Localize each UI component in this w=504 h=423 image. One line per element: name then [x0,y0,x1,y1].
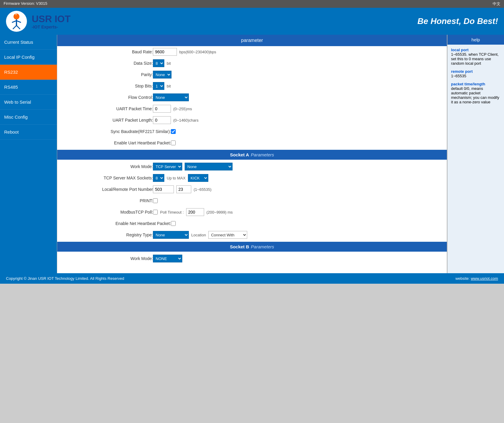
enable-uart-heartbeat-checkbox[interactable] [171,141,176,145]
tcp-server-upto: Up to MAX [167,176,186,180]
tcp-server-kick-select[interactable]: KICKNONE [188,174,208,182]
help-packet-desc: default 0/0, means automatic packet mech… [451,86,499,104]
sync-baudrate-checkbox[interactable] [171,129,176,134]
poll-timeout-input[interactable] [186,208,204,216]
enable-uart-heartbeat-label: Enable Uart Heartbeat Packet: [60,141,171,145]
sidebar-item-local-ip-config[interactable]: Local IP Config [0,50,57,65]
help-item-local-port: local port 1~65535. when TCP Client, set… [451,48,500,66]
main-layout: Current Status Local IP Config RS232 RS4… [0,35,504,273]
baud-rate-label: Baud Rate: [60,49,153,54]
parity-select[interactable]: NoneOddEven [153,71,171,78]
tcp-server-max-label: TCP Server MAX Sockets: [60,176,153,180]
help-title: help [447,35,504,45]
print-checkbox[interactable] [153,198,158,203]
print-label: PRINT: [60,198,153,203]
help-panel: help local port 1~65535. when TCP Client… [447,35,504,273]
registry-type-label: Registry Type: [60,232,153,237]
sidebar: Current Status Local IP Config RS232 RS4… [0,35,57,273]
lang-switch[interactable]: 中文 [493,1,500,7]
stop-bits-row: Stop Bits: 12 bit [57,80,447,92]
work-mode-b-label: Work Mode: [60,256,153,261]
data-size-hint: bit [167,61,171,66]
sidebar-item-reboot[interactable]: Reboot [0,125,57,140]
socket-a-subtitle: Parameters [251,152,274,157]
socket-a-title: Socket A [230,152,249,157]
flow-control-row: Flow Control: NoneRTS/CTS [57,92,447,103]
tcp-server-max-select[interactable]: 8421 [153,174,164,182]
flow-control-select[interactable]: NoneRTS/CTS [153,93,189,101]
help-item-packet: packet time/length default 0/0, means au… [451,82,500,104]
uart-packet-time-label: UART Packet Time: [60,106,153,111]
svg-line-6 [16,25,20,29]
svg-line-3 [12,21,16,22]
baud-rate-input[interactable] [153,48,177,56]
content-area: parameter Baud Rate: bps(600~230400)bps … [57,35,447,273]
footer: Copyright © Jinan USR IOT Technology Lim… [0,273,504,284]
flow-control-label: Flow Control: [60,95,153,100]
uart-packet-time-input[interactable] [153,105,171,113]
brand-subtitle: -IOT Experts- [32,25,71,29]
print-row: PRINT: [57,195,447,206]
modbus-poll-checkbox[interactable] [153,210,158,214]
socket-a-header: Socket A Parameters [57,150,447,160]
svg-line-4 [16,21,21,22]
help-local-port-desc: 1~65535. when TCP Client, set this to 0 … [451,52,499,66]
uart-packet-time-row: UART Packet Time: (0~255)ms [57,103,447,114]
modbus-poll-label: ModbusTCP Poll: [60,210,153,214]
help-packet-term: packet time/length [451,82,485,86]
modbus-poll-row: ModbusTCP Poll: Poll Timeout : (200~9999… [57,206,447,218]
local-port-input[interactable] [153,185,174,193]
stop-bits-select[interactable]: 12 [153,82,164,90]
help-remote-port-term: remote port [451,69,473,74]
data-size-row: Data Size: 8765 bit [57,58,447,69]
parity-row: Parity: NoneOddEven [57,69,447,80]
header: ® USR IOT -IOT Experts- Be Honest, Do Be… [0,8,504,35]
uart-packet-length-hint: (0~1460)chars [173,118,198,123]
data-size-select[interactable]: 8765 [153,59,164,67]
copyright: Copyright © Jinan USR IOT Technology Lim… [6,276,124,281]
logo: ® [6,11,27,32]
baud-rate-row: Baud Rate: bps(600~230400)bps [57,46,447,58]
brand-text: USR IOT -IOT Experts- [32,13,71,29]
connect-with-select[interactable]: Connect With [208,231,247,239]
help-remote-port-desc: 1~65535 [451,74,466,78]
sidebar-item-current-status[interactable]: Current Status [0,35,57,50]
param-header: parameter [57,35,447,46]
sync-baudrate-row: Sync Baudrate(RF2217 Similar): [57,126,447,137]
port-number-label: Local/Remote Port Number [60,187,153,192]
svg-line-5 [13,25,16,29]
website-link[interactable]: www.usriot.com [471,276,498,281]
poll-timeout-hint: (200~9999) ms [207,210,233,214]
work-mode-select[interactable]: TCP ServerTCP ClientUDP [153,163,182,170]
stop-bits-hint: bit [167,84,171,88]
work-mode-b-select[interactable]: NONETCP ServerTCP Client [153,255,182,262]
sidebar-item-rs232[interactable]: RS232 [0,65,57,80]
net-heartbeat-row: Enable Net Heartbeat Packet: [57,218,447,229]
remote-port-input[interactable] [176,185,191,193]
registry-type-select[interactable]: None [153,231,189,239]
baud-rate-hint: bps(600~230400)bps [179,50,216,54]
svg-text:®: ® [15,13,17,16]
work-mode-select2[interactable]: None [185,163,233,170]
work-mode-row: Work Mode: TCP ServerTCP ClientUDP None [57,161,447,172]
sidebar-item-misc-config[interactable]: Misc Config [0,110,57,125]
registry-type-row: Registry Type: None Location Connect Wit… [57,229,447,241]
socket-b-subtitle: Parameters [251,244,274,249]
enable-uart-heartbeat-row: Enable Uart Heartbeat Packet: [57,137,447,149]
stop-bits-label: Stop Bits: [60,84,153,88]
port-hint: (1~65535) [194,187,212,192]
socket-b-header: Socket B Parameters [57,242,447,252]
net-heartbeat-checkbox[interactable] [171,221,176,226]
sidebar-item-rs485[interactable]: RS485 [0,80,57,95]
sync-baudrate-label: Sync Baudrate(RF2217 Similar): [60,129,171,134]
work-mode-b-row: Work Mode: NONETCP ServerTCP Client [57,253,447,264]
work-mode-label: Work Mode: [60,164,153,169]
tcp-server-max-row: TCP Server MAX Sockets: 8421 Up to MAX K… [57,172,447,184]
socket-b-title: Socket B [230,244,249,249]
help-item-remote-port: remote port 1~65535 [451,69,500,78]
uart-packet-length-input[interactable] [153,116,171,124]
top-bar: Firmware Version: V3015 中文 [0,0,504,8]
sidebar-item-web-to-serial[interactable]: Web to Serial [0,95,57,110]
poll-timeout-label: Poll Timeout : [160,210,184,214]
uart-packet-length-label: UART Packet Length: [60,118,153,123]
